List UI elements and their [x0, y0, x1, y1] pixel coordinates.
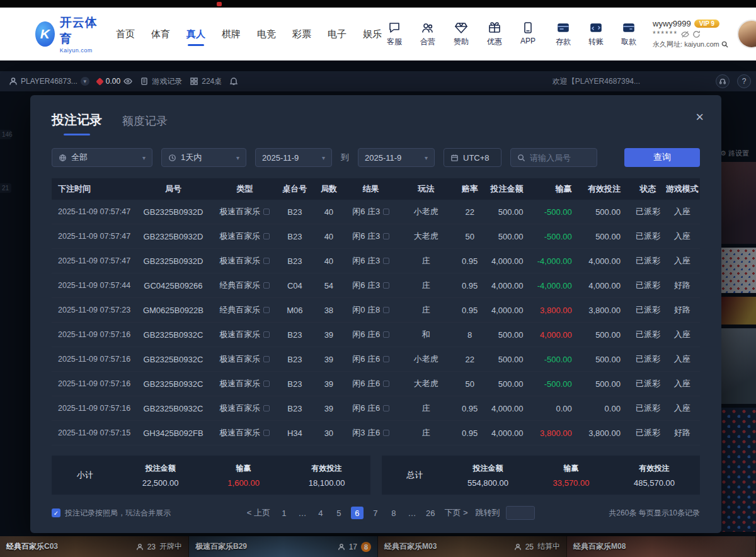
- date-from-picker[interactable]: 2025-11-9 ▾: [255, 148, 332, 167]
- table-feed[interactable]: 经典百家乐M08: [567, 536, 756, 557]
- cell-time: 2025-11-09 07:57:16: [52, 330, 133, 339]
- page-number-button[interactable]: 5: [333, 507, 345, 519]
- cell-type: 极速百家乐: [214, 255, 275, 267]
- table-row: 2025-11-09 07:57:44 GC0425B09266 经典百家乐 C…: [52, 273, 700, 298]
- balance-display[interactable]: 0.00: [97, 77, 132, 86]
- cell-round: GB2325B0932C: [133, 330, 214, 340]
- col-time: 下注时间: [52, 183, 133, 195]
- timezone-chip[interactable]: UTC+8: [444, 148, 501, 167]
- avatar[interactable]: [737, 20, 756, 49]
- page-number-button[interactable]: 6: [351, 507, 364, 519]
- nav-item[interactable]: 真人: [186, 25, 205, 44]
- result-detail-icon[interactable]: [383, 331, 389, 338]
- app-link[interactable]: APP: [515, 21, 541, 47]
- search-icon[interactable]: [721, 41, 728, 48]
- date-to-picker[interactable]: 2025-11-9 ▾: [358, 148, 435, 167]
- info-icon[interactable]: [263, 356, 270, 362]
- nav-item[interactable]: 电竞: [257, 25, 276, 44]
- page-number-button[interactable]: 4: [314, 507, 327, 519]
- date-range-select[interactable]: 1天内 ▾: [161, 148, 246, 167]
- info-icon[interactable]: [263, 405, 270, 411]
- bell-icon[interactable]: [229, 77, 238, 86]
- query-button[interactable]: 查询: [624, 148, 700, 167]
- deposit-button[interactable]: 存款: [551, 21, 576, 47]
- balance-value: 0.00: [106, 77, 120, 86]
- result-detail-icon[interactable]: [383, 282, 389, 289]
- promo-link[interactable]: 优惠: [482, 21, 507, 47]
- round-search-input[interactable]: [530, 153, 590, 163]
- transfer-button[interactable]: 转账: [583, 21, 609, 47]
- logo-title: 开云体育: [60, 14, 98, 47]
- game-record-link[interactable]: 游戏记录: [140, 76, 182, 87]
- cell-status: 已派彩: [632, 304, 664, 316]
- table-feed[interactable]: 极速百家乐B29 17 8: [189, 536, 378, 557]
- cell-rounds: 40: [314, 207, 343, 217]
- jump-label: 跳转到: [476, 507, 500, 519]
- game-type-select[interactable]: 全部 ▾: [52, 148, 152, 167]
- sponsor-link[interactable]: 赞助: [449, 21, 474, 47]
- page-number-button[interactable]: 8: [387, 507, 400, 519]
- partner-link[interactable]: 合营: [415, 21, 440, 47]
- help-button[interactable]: ?: [737, 74, 751, 88]
- table-feed[interactable]: 经典百家乐M03 25 结算中: [378, 536, 567, 557]
- eye-icon[interactable]: [123, 77, 132, 86]
- table-header-row: 下注时间 局号 类型 桌台号 局数 结果 玩法 赔率 投注金额 输赢 有效投注 …: [52, 178, 700, 200]
- page-number-button[interactable]: 26: [424, 507, 437, 519]
- cell-bet: 500.00: [486, 355, 534, 364]
- result-detail-icon[interactable]: [383, 405, 389, 411]
- eye-off-icon[interactable]: [681, 30, 689, 38]
- player-menu[interactable]: PLAYER46873... ▾: [9, 77, 89, 86]
- cell-valid: 0.00: [583, 404, 632, 413]
- result-detail-icon[interactable]: [383, 356, 389, 362]
- jump-input[interactable]: [506, 506, 535, 520]
- col-bet: 投注金额: [486, 183, 534, 195]
- person-icon: [9, 77, 18, 86]
- close-icon[interactable]: ×: [696, 110, 704, 124]
- nav-item[interactable]: 首页: [116, 25, 135, 44]
- checkbox-checked-icon[interactable]: ✓: [52, 508, 60, 517]
- tab-quota-records[interactable]: 额度记录: [122, 113, 168, 135]
- info-icon[interactable]: [263, 430, 270, 436]
- nav-item[interactable]: 棋牌: [222, 25, 241, 44]
- result-detail-icon[interactable]: [383, 307, 389, 313]
- info-icon[interactable]: [263, 233, 270, 239]
- prev-page-button[interactable]: < 上页: [245, 507, 272, 519]
- table-count[interactable]: 224桌: [190, 76, 222, 87]
- info-icon[interactable]: [263, 282, 270, 289]
- info-icon[interactable]: [263, 331, 270, 338]
- nav-item[interactable]: 电子: [328, 25, 346, 44]
- chevron-down-icon: ▾: [81, 77, 89, 86]
- page-number-button[interactable]: 1: [278, 507, 290, 519]
- result-detail-icon[interactable]: [383, 430, 389, 436]
- tab-bet-records[interactable]: 投注记录: [52, 112, 102, 135]
- merge-toggle[interactable]: ✓ 投注记录按照局，玩法合并展示: [52, 508, 171, 519]
- cell-valid: 500.00: [583, 232, 632, 241]
- result-detail-icon[interactable]: [383, 209, 389, 215]
- info-icon[interactable]: [263, 258, 270, 264]
- nav-item[interactable]: 彩票: [292, 25, 311, 44]
- withdraw-button[interactable]: 取款: [616, 21, 641, 47]
- page-number-button[interactable]: …: [406, 507, 418, 519]
- table-feed[interactable]: 经典百家乐C03 23 开牌中: [0, 536, 189, 557]
- kaiyun-logo[interactable]: K 开云体育 Kaiyun.com: [35, 14, 98, 54]
- cell-table: H34: [275, 428, 314, 438]
- support-link[interactable]: 客服: [382, 21, 407, 47]
- nav-item[interactable]: 体育: [151, 25, 170, 44]
- info-icon[interactable]: [263, 307, 270, 313]
- result-detail-icon[interactable]: [383, 233, 389, 239]
- service-button[interactable]: [716, 74, 730, 88]
- page-number-button[interactable]: 7: [369, 507, 382, 519]
- cell-mode: 入座: [664, 206, 700, 217]
- col-odds: 赔率: [454, 183, 486, 195]
- info-icon[interactable]: [263, 381, 270, 387]
- page-number-button[interactable]: …: [296, 507, 309, 519]
- round-search[interactable]: [510, 148, 597, 167]
- nav-item[interactable]: 娱乐: [363, 25, 382, 44]
- result-detail-icon[interactable]: [383, 258, 389, 264]
- cell-round: GB2325B0932C: [133, 355, 214, 364]
- result-detail-icon[interactable]: [383, 381, 389, 387]
- refresh-icon[interactable]: [692, 30, 701, 38]
- next-page-button[interactable]: 下页 >: [442, 507, 469, 519]
- info-icon[interactable]: [263, 209, 270, 215]
- col-result: 结果: [343, 183, 398, 195]
